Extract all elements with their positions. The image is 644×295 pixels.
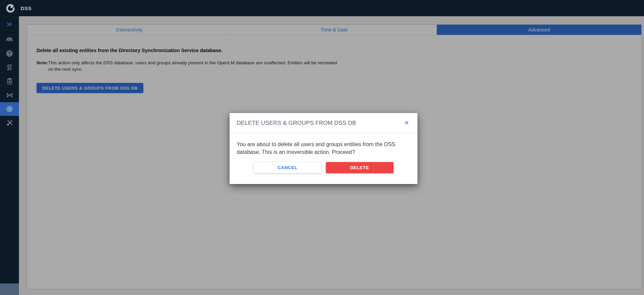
sidebar-item-settings[interactable] [0, 102, 19, 116]
tools-icon [6, 119, 14, 127]
sidebar-item-matching[interactable] [0, 88, 19, 102]
dialog-actions: CANCEL DELETE [237, 162, 410, 173]
sidebar-item-tools[interactable] [0, 116, 19, 130]
users-group-icon [5, 36, 14, 44]
double-chevron-right-icon [6, 21, 13, 28]
dialog-title: DELETE USERS & GROUPS FROM DSS DB [237, 120, 356, 127]
cancel-button[interactable]: CANCEL [254, 162, 321, 173]
sidebar-item-expand[interactable] [0, 16, 19, 33]
openlm-logo-icon [6, 4, 15, 13]
sidebar-item-users-groups[interactable] [0, 33, 19, 47]
clipboard-person-icon [6, 77, 14, 85]
close-icon[interactable]: ✕ [403, 119, 410, 127]
delete-button[interactable]: DELETE [326, 162, 393, 173]
dialog-body: You are about to delete all users and gr… [230, 133, 418, 184]
sync-arrows-icon [5, 63, 14, 71]
gear-icon [5, 105, 14, 113]
sidebar-bottom-toggle[interactable] [0, 283, 19, 295]
bowtie-icon [6, 91, 14, 99]
app-title: DSS [21, 5, 32, 11]
sidebar-item-audit[interactable] [0, 74, 19, 88]
sidebar-item-synchronization[interactable] [0, 61, 19, 74]
top-navbar: DSS [0, 0, 644, 16]
svg-text:www: www [8, 53, 11, 54]
globe-www-icon: www [5, 49, 14, 58]
delete-confirmation-dialog: DELETE USERS & GROUPS FROM DSS DB ✕ You … [230, 113, 418, 184]
sidebar-item-domains[interactable]: www [0, 47, 19, 61]
dialog-message: You are about to delete all users and gr… [237, 140, 410, 156]
dialog-header: DELETE USERS & GROUPS FROM DSS DB ✕ [230, 113, 418, 133]
sidebar: www [0, 16, 19, 295]
